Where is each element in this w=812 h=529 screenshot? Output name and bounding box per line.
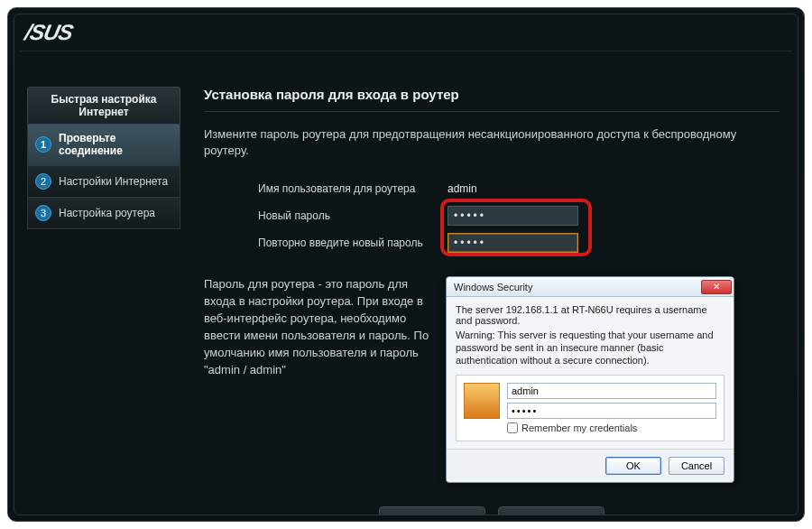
router-admin-frame: /SUS Быстрая настройка Интернет 1 Провер… (7, 7, 805, 522)
next-button[interactable]: Далее (498, 506, 604, 515)
main-content: Установка пароля для входа в роутер Изме… (204, 87, 780, 497)
windows-security-dialog: Windows Security ✕ The server 192.168.1.… (446, 276, 734, 482)
username-label: Имя пользователя для роутера (258, 182, 448, 195)
password-form: Имя пользователя для роутера admin Новый… (204, 175, 780, 256)
windows-password-input[interactable] (507, 403, 716, 419)
new-password-input[interactable] (448, 206, 578, 226)
router-admin-inner: /SUS Быстрая настройка Интернет 1 Провер… (14, 14, 798, 515)
remember-checkbox-input[interactable] (507, 422, 518, 433)
intro-text: Измените пароль роутера для предотвращен… (204, 126, 780, 159)
windows-username-input[interactable] (507, 383, 716, 399)
sidebar-step-internet-settings[interactable]: 2 Настройки Интернета (27, 166, 180, 198)
step-number-icon: 1 (35, 136, 51, 153)
remember-credentials-checkbox[interactable]: Remember my credentials (507, 422, 716, 433)
cancel-button[interactable]: Cancel (669, 457, 724, 475)
sidebar-step-label: Настройка роутера (59, 207, 155, 219)
quick-setup-sidebar: Быстрая настройка Интернет 1 Проверьте с… (27, 87, 180, 229)
step-number-icon: 2 (35, 173, 51, 190)
windows-security-server-line: The server 192.168.1.1 at RT-N66U requir… (456, 304, 724, 326)
asus-logo: /SUS (23, 20, 75, 45)
remember-label: Remember my credentials (521, 422, 637, 433)
confirm-password-label: Повторно введите новый пароль (258, 237, 448, 249)
help-text: Пароль для роутера - это пароль для вход… (204, 276, 429, 482)
title-divider (204, 111, 780, 112)
page-title: Установка пароля для входа в роутер (204, 87, 780, 102)
sidebar-step-label: Проверьте соединение (59, 132, 172, 158)
sidebar-heading: Быстрая настройка Интернет (27, 87, 180, 125)
username-value: admin (448, 182, 477, 195)
sidebar-step-router-settings[interactable]: 3 Настройка роутера (27, 198, 180, 229)
sidebar-step-label: Настройки Интернета (59, 175, 168, 188)
header-divider (20, 51, 792, 51)
step-number-icon: 3 (35, 205, 51, 221)
windows-security-title: Windows Security (454, 282, 532, 292)
confirm-password-input[interactable] (448, 233, 578, 253)
back-button[interactable]: Назад (379, 506, 485, 515)
close-icon[interactable]: ✕ (701, 280, 732, 294)
avatar-icon (464, 383, 500, 419)
new-password-label: Новый пароль (258, 209, 448, 222)
sidebar-step-check-connection[interactable]: 1 Проверьте соединение (27, 125, 180, 166)
ok-button[interactable]: OK (605, 457, 661, 475)
windows-security-warning: Warning: This server is requesting that … (456, 329, 724, 367)
